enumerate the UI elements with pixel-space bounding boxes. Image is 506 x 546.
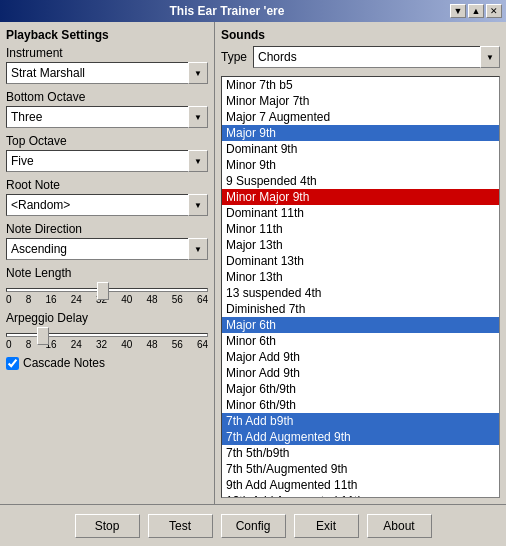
list-item[interactable]: Minor Major 9th xyxy=(222,189,499,205)
list-item[interactable]: Dominant 13th xyxy=(222,253,499,269)
list-item[interactable]: Dominant 9th xyxy=(222,141,499,157)
list-item[interactable]: 13th Add Augmented 11th xyxy=(222,493,499,498)
type-dropdown-wrapper: Chords ▼ xyxy=(253,46,500,68)
list-item[interactable]: 7th 5th/Augmented 9th xyxy=(222,461,499,477)
root-note-label: Root Note xyxy=(6,178,208,192)
arpeggio-delay-track xyxy=(6,333,208,337)
list-item[interactable]: 7th Add b9th xyxy=(222,413,499,429)
list-item[interactable]: 9 Suspended 4th xyxy=(222,173,499,189)
cascade-notes-row: Cascade Notes xyxy=(6,356,208,370)
list-item[interactable]: Minor 6th/9th xyxy=(222,397,499,413)
maximize-button[interactable]: ▲ xyxy=(468,4,484,18)
list-item[interactable]: Major 13th xyxy=(222,237,499,253)
cascade-notes-checkbox[interactable] xyxy=(6,357,19,370)
top-octave-dropdown-wrapper: Five ▼ xyxy=(6,150,208,172)
list-item[interactable]: Major 6th xyxy=(222,317,499,333)
stop-button[interactable]: Stop xyxy=(75,514,140,538)
arpeggio-delay-thumb[interactable] xyxy=(37,327,49,345)
bottom-octave-label: Bottom Octave xyxy=(6,90,208,104)
about-button[interactable]: About xyxy=(367,514,432,538)
list-item[interactable]: Major 7 Augmented xyxy=(222,109,499,125)
note-direction-label: Note Direction xyxy=(6,222,208,236)
note-direction-dropdown-wrapper: Ascending ▼ xyxy=(6,238,208,260)
list-item[interactable]: Minor 9th xyxy=(222,157,499,173)
list-item[interactable]: Minor 11th xyxy=(222,221,499,237)
type-dropdown[interactable]: Chords xyxy=(253,46,500,68)
list-item[interactable]: Major 6th/9th xyxy=(222,381,499,397)
list-item[interactable]: Minor Major 7th xyxy=(222,93,499,109)
root-note-dropdown-wrapper: <Random> ▼ xyxy=(6,194,208,216)
arpeggio-delay-label: Arpeggio Delay xyxy=(6,311,208,325)
instrument-label: Instrument xyxy=(6,46,208,60)
bottom-octave-dropdown[interactable]: Three xyxy=(6,106,208,128)
list-item[interactable]: 7th 5th/b9th xyxy=(222,445,499,461)
type-row: Type Chords ▼ xyxy=(221,46,500,68)
note-length-thumb[interactable] xyxy=(97,282,109,300)
main-container: Playback Settings Instrument Strat Marsh… xyxy=(0,22,506,504)
exit-button[interactable]: Exit xyxy=(294,514,359,538)
playback-settings-title: Playback Settings xyxy=(6,28,208,42)
top-octave-dropdown[interactable]: Five xyxy=(6,150,208,172)
root-note-dropdown[interactable]: <Random> xyxy=(6,194,208,216)
list-item[interactable]: Diminished 7th xyxy=(222,301,499,317)
sounds-title: Sounds xyxy=(221,28,500,42)
title-bar: This Ear Trainer 'ere ▼ ▲ ✕ xyxy=(0,0,506,22)
minimize-button[interactable]: ▼ xyxy=(450,4,466,18)
arpeggio-delay-slider-container: 0 8 16 24 32 40 48 56 64 xyxy=(6,333,208,350)
sounds-list[interactable]: Minor 7th b5Minor Major 7thMajor 7 Augme… xyxy=(221,76,500,498)
bottom-bar: Stop Test Config Exit About xyxy=(0,504,506,546)
list-item[interactable]: Minor Add 9th xyxy=(222,365,499,381)
title-bar-buttons: ▼ ▲ ✕ xyxy=(450,4,502,18)
list-item[interactable]: 9th Add Augmented 11th xyxy=(222,477,499,493)
list-item[interactable]: Minor 6th xyxy=(222,333,499,349)
type-label: Type xyxy=(221,50,247,64)
top-octave-label: Top Octave xyxy=(6,134,208,148)
config-button[interactable]: Config xyxy=(221,514,286,538)
note-length-label: Note Length xyxy=(6,266,208,280)
list-item[interactable]: Minor 7th b5 xyxy=(222,77,499,93)
list-item[interactable]: 13 suspended 4th xyxy=(222,285,499,301)
window-title: This Ear Trainer 'ere xyxy=(4,4,450,18)
right-panel: Sounds Type Chords ▼ Minor 7th b5Minor M… xyxy=(215,22,506,504)
list-item[interactable]: Major Add 9th xyxy=(222,349,499,365)
close-button[interactable]: ✕ xyxy=(486,4,502,18)
list-item[interactable]: Dominant 11th xyxy=(222,205,499,221)
note-direction-dropdown[interactable]: Ascending xyxy=(6,238,208,260)
instrument-dropdown-wrapper: Strat Marshall ▼ xyxy=(6,62,208,84)
left-panel: Playback Settings Instrument Strat Marsh… xyxy=(0,22,215,504)
cascade-notes-label: Cascade Notes xyxy=(23,356,105,370)
list-item[interactable]: Minor 13th xyxy=(222,269,499,285)
note-length-slider-container: 0 8 16 24 32 40 48 56 64 xyxy=(6,288,208,305)
test-button[interactable]: Test xyxy=(148,514,213,538)
instrument-dropdown[interactable]: Strat Marshall xyxy=(6,62,208,84)
bottom-octave-dropdown-wrapper: Three ▼ xyxy=(6,106,208,128)
list-item[interactable]: 7th Add Augmented 9th xyxy=(222,429,499,445)
note-length-track xyxy=(6,288,208,292)
list-item[interactable]: Major 9th xyxy=(222,125,499,141)
